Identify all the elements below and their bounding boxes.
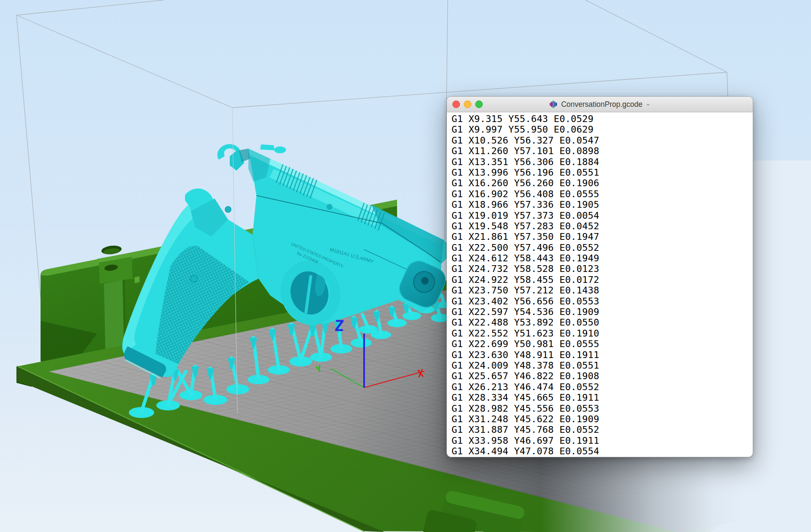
gcode-line: G1 X28.334 Y45.665 E0.1911 (452, 392, 748, 403)
gcode-line: G1 X21.861 Y57.350 E0.1947 (452, 231, 748, 242)
slide-stop-pin (327, 204, 332, 210)
window-title: ConversationProp.gcode (561, 100, 642, 109)
gcode-line: G1 X19.019 Y57.373 E0.0054 (452, 210, 748, 221)
gcode-line: G1 X9.997 Y55.950 E0.0629 (452, 124, 748, 135)
gcode-line: G1 X24.732 Y58.528 E0.0123 (452, 263, 748, 274)
gcode-line: G1 X22.699 Y50.981 E0.0555 (452, 339, 748, 349)
gcode-line: G1 X13.351 Y56.306 E0.1884 (452, 157, 748, 167)
gcode-document-icon (549, 100, 558, 109)
gcode-line: G1 X24.922 Y58.455 E0.0172 (452, 274, 748, 285)
grip-screw (191, 275, 197, 282)
minimize-button[interactable] (464, 100, 471, 108)
slicer-3d-viewport[interactable]: UNITED STATES PROPERTY No 2123456 M1911A… (0, 0, 811, 532)
gcode-line: G1 X13.996 Y56.196 E0.0551 (452, 167, 748, 178)
gcode-line: G1 X18.966 Y57.336 E0.1905 (452, 199, 748, 210)
gcode-line: G1 X11.260 Y57.101 E0.0898 (452, 146, 748, 156)
title-chevron-icon[interactable]: ⌄ (645, 100, 651, 107)
gcode-line: G1 X33.958 Y46.697 E0.1911 (452, 435, 748, 446)
gcode-line: G1 X25.657 Y46.822 E0.1908 (452, 371, 748, 381)
gcode-window[interactable]: ConversationProp.gcode ⌄ G1 X9.315 Y55.6… (446, 96, 753, 457)
gcode-line: G1 X34.494 Y47.078 E0.0554 (452, 446, 748, 456)
grip-screw (225, 206, 231, 212)
gcode-line: G1 X23.750 Y57.212 E0.1438 (452, 285, 748, 296)
gcode-line: G1 X31.248 Y45.622 E0.1909 (452, 414, 748, 424)
gcode-line: G1 X16.260 Y56.260 E0.1906 (452, 178, 748, 188)
close-button[interactable] (452, 100, 460, 108)
gcode-line: G1 X24.612 Y58.443 E0.1949 (452, 253, 748, 263)
gcode-line: G1 X23.630 Y48.911 E0.1911 (452, 350, 748, 360)
gcode-text-area[interactable]: G1 X9.315 Y55.643 E0.0529 G1 X9.997 Y55.… (447, 112, 753, 457)
gcode-line: G1 X31.887 Y45.768 E0.0552 (452, 424, 748, 435)
gcode-line: G1 X26.213 Y46.474 E0.0552 (452, 382, 748, 392)
gcode-line: G1 X22.488 Y53.892 E0.0550 (452, 317, 748, 328)
gcode-line: G1 X24.009 Y48.378 E0.0551 (452, 360, 748, 371)
zoom-button[interactable] (475, 100, 483, 108)
gcode-line: G1 X10.526 Y56.327 E0.0547 (452, 135, 748, 146)
z-axis-label: Z (334, 317, 345, 334)
gcode-line: G1 X16.902 Y56.408 E0.0555 (452, 189, 748, 199)
gcode-line: G1 X22.597 Y54.536 E0.1909 (452, 307, 748, 317)
gcode-line: G1 X9.315 Y55.643 E0.0529 (452, 114, 748, 124)
gcode-line: G1 X22.552 Y51.623 E0.1910 (452, 328, 748, 339)
rear-sight (260, 144, 275, 150)
gcode-line: G1 X28.982 Y45.556 E0.0553 (452, 403, 748, 414)
gcode-line: G1 X19.548 Y57.283 E0.0452 (452, 221, 748, 231)
gcode-line: G1 X22.500 Y57.496 E0.0552 (452, 242, 748, 253)
gcode-line: G1 X23.402 Y56.656 E0.0553 (452, 296, 748, 307)
window-titlebar[interactable]: ConversationProp.gcode ⌄ (447, 97, 753, 112)
